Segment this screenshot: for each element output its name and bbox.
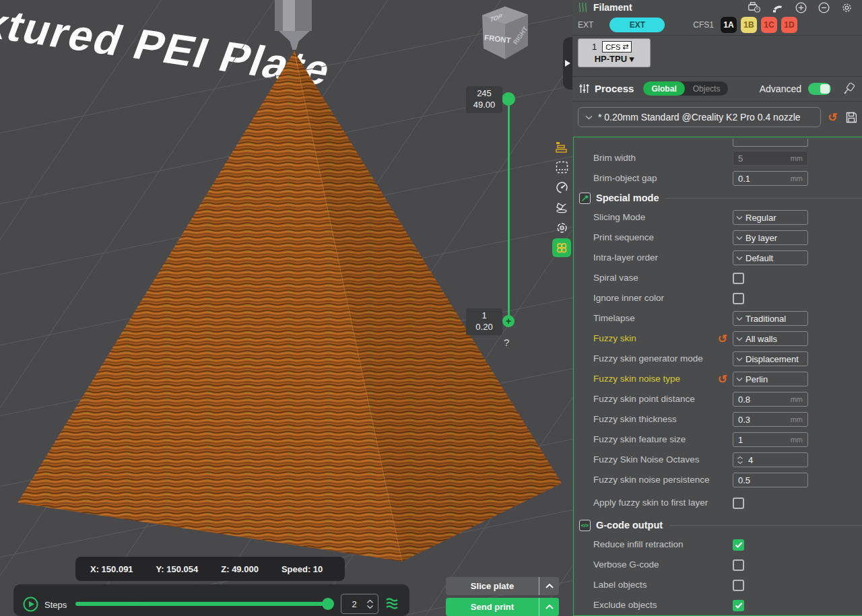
- settings-panel: Filament EXT EXT CFS1 1A1B1C1D 1 CFS ⇄: [572, 0, 862, 616]
- cfs-group-label: CFS1: [693, 20, 714, 30]
- slice-plate-button[interactable]: Slice plate: [446, 577, 559, 595]
- fuzzy-skin-point-distance-input[interactable]: 0.8mm: [733, 392, 808, 407]
- brim-object-gap-input[interactable]: 0.1mm: [733, 171, 808, 186]
- filament-slot-1a[interactable]: 1A: [721, 17, 737, 33]
- brim-width-input[interactable]: 5mm: [733, 151, 808, 166]
- preset-value: * 0.20mm Standard @Creality K2 Pro 0.4 n…: [598, 112, 801, 123]
- row-fuzzy-skin-noise-type: Fuzzy skin noise type↺Perlin: [574, 369, 862, 389]
- brim-width-label: Brim width: [593, 153, 733, 164]
- scope-objects[interactable]: Objects: [685, 81, 729, 96]
- unit-label: mm: [791, 174, 803, 182]
- apply-fuzzy-skin-to-first-layer-checkbox[interactable]: [733, 498, 744, 509]
- extruder-core: [283, 0, 295, 31]
- machine-gear-icon[interactable]: [552, 218, 571, 237]
- nozzle-load-icon[interactable]: [772, 3, 784, 13]
- ext-label: EXT: [578, 20, 593, 30]
- steps-slider-handle[interactable]: [322, 598, 334, 610]
- multicolor-clover-icon[interactable]: [552, 238, 571, 257]
- layer-slider-bottom-handle[interactable]: +: [502, 315, 515, 327]
- status-speed: Speed: 10: [281, 564, 323, 574]
- label-objects-checkbox[interactable]: [733, 580, 744, 591]
- fuzzy-skin-noise-type-dropdown[interactable]: Perlin: [733, 372, 808, 386]
- fuzzy-skin-noise-persistence-input[interactable]: 0.5: [733, 473, 808, 487]
- settings-gear-icon[interactable]: [841, 2, 853, 13]
- fuzzy-skin-thickness-label: Fuzzy skin thickness: [593, 414, 733, 425]
- row-cutoff: [574, 139, 862, 148]
- fuzzy-skin-dropdown[interactable]: All walls: [733, 331, 808, 346]
- cutoff-field[interactable]: [733, 139, 808, 147]
- scope-global[interactable]: Global: [643, 81, 684, 96]
- spiral-vase-checkbox[interactable]: [733, 273, 744, 284]
- cfs-swap-button[interactable]: CFS ⇄: [602, 41, 632, 53]
- steps-slider[interactable]: [75, 602, 323, 606]
- g-code-output-icon: </>: [579, 520, 591, 531]
- remove-circle-icon[interactable]: [818, 2, 830, 13]
- fuzzy-skin-noise-octaves-spinner[interactable]: 4: [733, 452, 808, 467]
- save-preset-icon[interactable]: [846, 112, 857, 123]
- preset-reset-icon[interactable]: ↺: [828, 112, 837, 123]
- steps-value-input[interactable]: 2: [341, 594, 378, 614]
- ignore-inner-color-checkbox[interactable]: [733, 293, 744, 304]
- send-options-expander[interactable]: [539, 598, 559, 616]
- intra-layer-order-label: Intra-layer order: [593, 252, 733, 263]
- navigation-cube[interactable]: TOP FRONT RIGHT: [479, 5, 533, 63]
- chevron-down-icon: [585, 115, 593, 120]
- row-fuzzy-skin-thickness: Fuzzy skin thickness0.3mm: [574, 409, 862, 430]
- speed-gauge-icon[interactable]: [552, 178, 571, 197]
- exclude-objects-checkbox[interactable]: [733, 600, 744, 611]
- fuzzy-skin-reset-icon[interactable]: ↺: [718, 333, 727, 345]
- print-sequence-label: Print sequence: [593, 232, 733, 243]
- add-circle-icon[interactable]: [795, 2, 807, 13]
- filament-title: Filament: [593, 2, 632, 13]
- unit-label: mm: [791, 415, 803, 423]
- intra-layer-order-dropdown[interactable]: Default: [733, 250, 808, 265]
- row-label-objects: Label objects: [574, 575, 862, 595]
- advanced-toggle[interactable]: [808, 83, 831, 95]
- layer-slider-track[interactable]: [508, 99, 510, 321]
- timelapse-dropdown[interactable]: Traditional: [733, 311, 808, 326]
- slice-options-expander[interactable]: [539, 577, 559, 595]
- reduce-infill-retraction-checkbox[interactable]: [733, 539, 744, 551]
- row-fuzzy-skin-noise-octaves: Fuzzy Skin Noise Octaves4: [574, 450, 862, 470]
- printer-sync-icon[interactable]: [748, 2, 761, 13]
- preview-toolbar: [552, 137, 571, 257]
- apply-fuzzy-skin-to-first-layer-label: Apply fuzzy skin to first layer: [593, 498, 733, 508]
- filament-material-dropdown[interactable]: HP-TPU ▾: [583, 54, 646, 64]
- panel-collapse-arrow-icon[interactable]: [565, 60, 570, 67]
- fuzzy-skin-noise-type-reset-icon[interactable]: ↺: [718, 374, 727, 385]
- steps-value: 2: [341, 599, 367, 609]
- print-sequence-dropdown[interactable]: By layer: [733, 230, 808, 245]
- process-preset-select[interactable]: * 0.20mm Standard @Creality K2 Pro 0.4 n…: [578, 107, 821, 127]
- process-sliders-icon: [579, 83, 589, 94]
- fuzzy-skin-generator-mode-dropdown[interactable]: Displacement: [733, 351, 808, 366]
- filament-strands-icon: [578, 2, 588, 13]
- filament-slot-1b[interactable]: 1B: [741, 17, 757, 33]
- filament-slot-1c[interactable]: 1C: [761, 17, 777, 33]
- model-pyramid[interactable]: [18, 51, 562, 561]
- paint-filament-icon[interactable]: [843, 83, 855, 94]
- spotlight-icon[interactable]: [552, 198, 571, 217]
- help-question-icon[interactable]: ?: [504, 337, 509, 348]
- verbose-g-code-checkbox[interactable]: [733, 559, 744, 571]
- ext-button[interactable]: EXT: [609, 18, 665, 32]
- row-exclude-objects: Exclude objects: [574, 595, 862, 615]
- filament-slot-card[interactable]: 1 CFS ⇄ HP-TPU ▾: [578, 38, 651, 67]
- steps-stepper[interactable]: [367, 600, 378, 609]
- unit-label: mm: [791, 436, 803, 444]
- fuzzy-skin-feature-size-input[interactable]: 1mm: [733, 432, 808, 447]
- scope-toggle[interactable]: Global Objects: [643, 81, 728, 96]
- viewport-3d[interactable]: Textured PEI Plate: [0, 0, 572, 616]
- filament-slot-1d[interactable]: 1D: [781, 17, 797, 33]
- spinner-arrows-icon[interactable]: [737, 456, 743, 464]
- send-print-button[interactable]: Send print: [446, 598, 559, 616]
- extruder-row: EXT EXT CFS1 1A1B1C1D: [572, 15, 862, 35]
- layers-preview-icon[interactable]: [552, 137, 571, 156]
- row-fuzzy-skin-generator-mode: Fuzzy skin generator modeDisplacement: [574, 349, 862, 369]
- exclude-objects-label: Exclude objects: [593, 600, 733, 611]
- layer-stack-icon[interactable]: [385, 597, 399, 610]
- marquee-select-icon[interactable]: [552, 158, 571, 176]
- layer-slider-top-handle[interactable]: [502, 92, 515, 106]
- play-button[interactable]: [23, 596, 38, 612]
- slicing-mode-dropdown[interactable]: Regular: [733, 210, 808, 225]
- fuzzy-skin-thickness-input[interactable]: 0.3mm: [733, 412, 808, 427]
